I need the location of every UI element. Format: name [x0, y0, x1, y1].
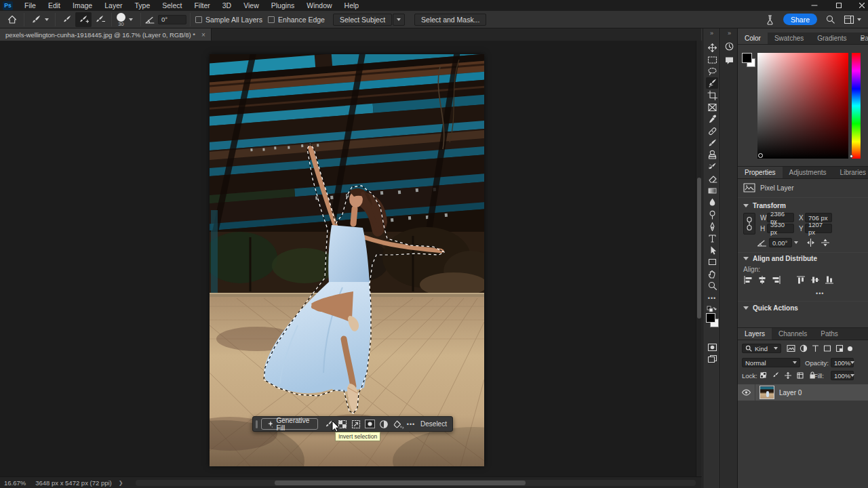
filter-shape-layers-icon[interactable] — [823, 344, 831, 352]
generative-fill-button[interactable]: Generative Fill — [261, 418, 318, 430]
menu-window[interactable]: Window — [300, 0, 338, 11]
crop-tool[interactable] — [706, 89, 718, 101]
history-brush-tool[interactable] — [706, 161, 718, 173]
adjustments-button[interactable] — [377, 418, 391, 430]
flip-vertical-icon[interactable] — [821, 238, 830, 247]
add-mask-button[interactable] — [363, 418, 376, 430]
fill-field[interactable]: 100% — [831, 371, 854, 380]
hue-slider-marker[interactable] — [850, 155, 853, 158]
history-panel-icon[interactable] — [723, 41, 735, 52]
menu-filter[interactable]: Filter — [188, 0, 216, 11]
foreground-swatch[interactable] — [742, 53, 752, 63]
select-and-mask-button[interactable]: Select and Mask... — [414, 14, 486, 26]
brush-size-picker[interactable]: 30 — [117, 13, 125, 26]
tab-properties[interactable]: Properties — [738, 167, 783, 178]
lock-artboard-icon[interactable] — [796, 371, 804, 380]
layer-name[interactable]: Layer 0 — [779, 389, 802, 396]
spot-healing-brush-tool[interactable] — [706, 125, 718, 137]
lock-position-icon[interactable] — [784, 371, 792, 380]
gradient-tool[interactable] — [706, 185, 718, 197]
layer-visibility-eye-icon[interactable] — [741, 388, 751, 396]
layer-row-layer0[interactable]: Layer 0 — [738, 384, 868, 401]
zoom-level-field[interactable]: 16.67% — [4, 479, 26, 487]
blur-tool[interactable] — [706, 197, 718, 208]
selection-brush-button[interactable] — [322, 418, 336, 430]
tab-paths[interactable]: Paths — [814, 328, 845, 340]
filter-type-layers-icon[interactable] — [812, 344, 819, 352]
rectangle-tool[interactable] — [706, 256, 718, 268]
layer-filter-kind-dropdown[interactable]: Kind — [742, 344, 781, 353]
y-field[interactable]: 1207 px — [805, 224, 832, 233]
enhance-edge-checkbox[interactable]: Enhance Edge — [268, 16, 325, 24]
sample-all-layers-checkbox[interactable]: Sample All Layers — [195, 16, 262, 24]
menu-file[interactable]: File — [18, 0, 42, 11]
tab-close-icon[interactable]: × — [201, 31, 205, 39]
window-maximize-button[interactable] — [829, 0, 849, 11]
frame-tool[interactable] — [706, 102, 718, 113]
move-tool[interactable] — [706, 42, 718, 54]
tab-gradients[interactable]: Gradients — [810, 33, 853, 44]
window-minimize-button[interactable] — [804, 0, 825, 11]
color-picker-marker[interactable] — [758, 153, 763, 158]
pen-tool[interactable] — [706, 221, 718, 232]
color-spectrum-field[interactable] — [757, 53, 848, 159]
comments-panel-icon[interactable] — [723, 54, 735, 66]
deselect-button[interactable]: Deselect — [418, 420, 452, 428]
angle-options-chevron[interactable] — [794, 241, 798, 244]
tab-swatches[interactable]: Swatches — [768, 33, 810, 44]
home-button[interactable] — [4, 12, 20, 27]
taskbar-grip-handle[interactable] — [256, 420, 258, 428]
layer-thumbnail[interactable] — [760, 386, 774, 399]
lasso-tool[interactable] — [706, 66, 718, 77]
flip-horizontal-icon[interactable] — [806, 238, 816, 247]
collapse-dock-icon[interactable]: » — [721, 30, 737, 37]
eyedropper-tool[interactable] — [706, 113, 718, 125]
lock-transparency-icon[interactable] — [760, 371, 768, 380]
menu-plugins[interactable]: Plugins — [265, 0, 300, 11]
hand-tool[interactable] — [706, 268, 718, 280]
dodge-tool[interactable] — [706, 209, 718, 220]
quick-mask-mode-button[interactable] — [706, 342, 718, 353]
vertical-scrollbar[interactable] — [696, 41, 702, 476]
brush-mode-add-button[interactable] — [75, 12, 92, 27]
taskbar-more-options-button[interactable]: ••• — [404, 418, 418, 430]
selection-brush-tool[interactable] — [706, 77, 718, 89]
opacity-field[interactable]: 100% — [831, 358, 854, 367]
eraser-tool[interactable] — [706, 173, 718, 184]
menu-3d[interactable]: 3D — [216, 0, 237, 11]
filter-smart-objects-icon[interactable] — [835, 344, 844, 352]
menu-layer[interactable]: Layer — [98, 0, 128, 11]
lock-pixels-icon[interactable] — [772, 371, 780, 380]
vertical-scrollbar-thumb[interactable] — [697, 178, 701, 319]
align-left-icon[interactable] — [743, 275, 753, 285]
rotation-angle-field[interactable]: 0.00° — [769, 238, 792, 247]
tab-color[interactable]: Color — [738, 33, 768, 44]
search-icon[interactable] — [825, 14, 835, 24]
quick-actions-section-header[interactable]: Quick Actions — [743, 304, 798, 312]
status-chevron-icon[interactable]: ❯ — [119, 480, 123, 486]
rectangular-marquee-tool[interactable] — [706, 54, 718, 66]
height-field[interactable]: 3530 px — [767, 224, 794, 233]
tool-preset-picker[interactable] — [28, 12, 52, 27]
screen-mode-button[interactable] — [706, 353, 718, 365]
path-selection-tool[interactable] — [706, 245, 718, 256]
menu-view[interactable]: View — [237, 0, 265, 11]
color-swatch-pair[interactable] — [742, 53, 757, 69]
collapse-tools-icon[interactable]: » — [703, 30, 719, 37]
filter-adjustment-layers-icon[interactable] — [800, 344, 808, 352]
beaker-icon[interactable] — [765, 14, 775, 25]
align-more-button[interactable]: ••• — [816, 290, 824, 297]
menu-image[interactable]: Image — [66, 0, 98, 11]
brush-mode-new-button[interactable] — [59, 12, 75, 27]
workspace-switcher[interactable] — [844, 15, 861, 24]
canvas-area[interactable]: Generative Fill ••• — [0, 41, 696, 476]
align-vertical-center-icon[interactable] — [810, 275, 820, 285]
transform-section-header[interactable]: Transform — [743, 202, 786, 209]
filter-pixel-layers-icon[interactable] — [787, 344, 795, 352]
menu-type[interactable]: Type — [128, 0, 156, 11]
tab-channels[interactable]: Channels — [772, 328, 814, 340]
panel-menu-icon[interactable]: ≡ — [861, 35, 865, 43]
zoom-tool[interactable] — [706, 280, 718, 291]
menu-edit[interactable]: Edit — [42, 0, 66, 11]
align-horizontal-center-icon[interactable] — [757, 275, 767, 285]
